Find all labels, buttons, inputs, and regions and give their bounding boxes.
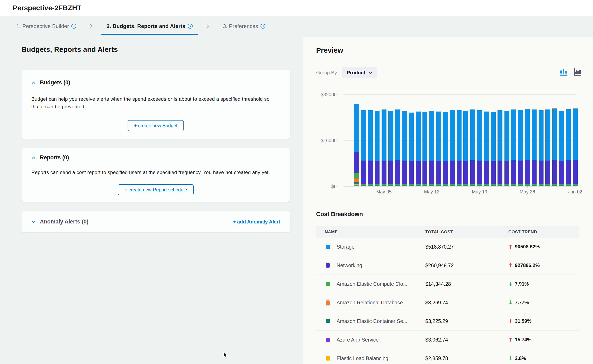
bar-chart-icon[interactable]: [559, 68, 568, 76]
table-row[interactable]: Amazon Relational Database...$3,269.74↓7…: [316, 293, 579, 312]
x-axis-label: Jun 02: [568, 189, 582, 195]
collapse-chevron-up-icon[interactable]: [31, 80, 36, 85]
stacked-bar[interactable]: [368, 94, 373, 186]
budgets-reports-alerts-panel: Budgets, Reports and Alerts Budgets (0) …: [21, 36, 290, 233]
stacked-bar[interactable]: [436, 94, 441, 186]
stacked-bar[interactable]: [429, 94, 434, 186]
series-color-swatch: [325, 281, 331, 287]
chevron-down-icon: [368, 71, 373, 74]
budgets-card: Budgets (0) Budget can help you receive …: [21, 70, 290, 139]
stacked-bar[interactable]: [463, 94, 468, 186]
group-by-dropdown[interactable]: Product: [342, 67, 377, 78]
row-cost-trend: ↑15.74%: [508, 337, 579, 343]
stacked-bar[interactable]: [484, 94, 489, 186]
stacked-bar[interactable]: [450, 94, 455, 186]
preview-heading: Preview: [316, 46, 343, 54]
table-row[interactable]: Networking$260,949.72↑927886.2%: [316, 256, 579, 275]
stacked-bar[interactable]: [457, 94, 461, 186]
trend-down-arrow-icon: ↓: [508, 299, 513, 306]
stacked-bar[interactable]: [422, 94, 427, 186]
x-axis-label: May 26: [520, 189, 535, 195]
stacked-bar[interactable]: [552, 94, 557, 186]
table-row[interactable]: Elastic Load Balancing$2,359.78↓2.8%: [316, 349, 579, 364]
x-axis-line: [344, 186, 577, 187]
series-color-swatch: [325, 355, 331, 361]
area-chart-icon[interactable]: [573, 68, 582, 76]
stacked-bar[interactable]: [559, 94, 564, 186]
stacked-bar[interactable]: [505, 94, 509, 186]
stacked-bar[interactable]: [382, 94, 386, 186]
x-axis-tick: [432, 186, 432, 188]
stacked-bar[interactable]: [354, 94, 359, 186]
tab-label: 2. Budgets, Reports and Alerts: [107, 23, 185, 29]
info-icon[interactable]: [71, 24, 76, 29]
row-total-cost: $14,344.28: [425, 281, 508, 287]
row-cost-trend: ↑31.59%: [508, 318, 579, 324]
group-by-value: Product: [346, 70, 365, 76]
reports-title: Reports (0): [40, 154, 69, 161]
stacked-bar[interactable]: [518, 94, 523, 186]
preview-panel: Preview Group By Product $32000 $16000 $…: [303, 37, 593, 364]
stacked-bar[interactable]: [511, 94, 516, 186]
tab-perspective-builder[interactable]: 1. Perspective Builder: [11, 16, 82, 36]
create-report-schedule-button[interactable]: + create new Report schedule: [118, 184, 193, 195]
row-name: Storage: [337, 244, 355, 250]
group-by-label: Group By: [316, 70, 337, 76]
stacked-bar[interactable]: [443, 94, 448, 186]
table-row[interactable]: Amazon Elastic Compute Clo...$14,344.28↓…: [316, 275, 579, 293]
col-name: NAME: [325, 229, 425, 234]
table-row[interactable]: Azure App Service$3,062.74↑15.74%: [316, 331, 579, 349]
stacked-bar[interactable]: [395, 94, 400, 186]
row-total-cost: $260,949.72: [425, 262, 508, 268]
anomaly-alerts-card: Anomaly Alerts (0) + add Anomaly Alert: [21, 211, 290, 233]
tab-budgets-reports-alerts[interactable]: 2. Budgets, Reports and Alerts: [101, 16, 198, 36]
x-axis-tick: [480, 186, 480, 188]
stacked-bar[interactable]: [573, 94, 578, 186]
reports-card: Reports (0) Reports can send a cost repo…: [21, 148, 290, 202]
row-name: Amazon Elastic Compute Clo...: [337, 281, 407, 287]
row-total-cost: $3,062.74: [425, 337, 508, 343]
stacked-bar[interactable]: [477, 94, 482, 186]
y-axis-label: $16000: [310, 138, 337, 143]
stacked-bar[interactable]: [416, 94, 421, 186]
info-icon[interactable]: [260, 24, 266, 29]
stacked-bar[interactable]: [470, 94, 475, 186]
stacked-bar[interactable]: [539, 94, 544, 186]
tab-preferences[interactable]: 3. Preferences: [218, 16, 271, 36]
stacked-bar[interactable]: [388, 94, 393, 186]
row-cost-trend: ↑927886.2%: [508, 262, 579, 268]
row-cost-trend: ↓2.8%: [508, 355, 579, 361]
stacked-bar[interactable]: [402, 94, 407, 186]
y-axis-label: $32000: [310, 92, 337, 98]
table-row[interactable]: Storage$518,870.27↑90508.62%: [316, 238, 579, 256]
x-axis-label: May 12: [424, 189, 440, 195]
stacked-bar[interactable]: [409, 94, 414, 186]
create-budget-button[interactable]: + create new Budget: [128, 120, 184, 131]
stacked-bar[interactable]: [375, 94, 380, 186]
series-color-swatch: [325, 318, 331, 324]
stacked-bar[interactable]: [361, 94, 366, 186]
series-color-swatch: [325, 337, 331, 343]
table-row[interactable]: Amazon Elastic Container Se...$3,225.29↑…: [316, 312, 579, 331]
section-heading: Budgets, Reports and Alerts: [21, 36, 290, 53]
mouse-cursor: [223, 352, 229, 359]
col-total-cost: TOTAL COST: [425, 229, 508, 234]
series-color-swatch: [325, 244, 331, 250]
stacked-bar[interactable]: [532, 94, 537, 186]
stacked-bar[interactable]: [566, 94, 571, 186]
row-name: Elastic Load Balancing: [337, 355, 388, 361]
collapse-chevron-down-icon[interactable]: [31, 220, 36, 224]
stacked-bar[interactable]: [491, 94, 496, 186]
trend-up-arrow-icon: ↑: [508, 244, 513, 250]
window-header: Perspective-2FBZHT: [0, 0, 593, 16]
stacked-bar[interactable]: [498, 94, 502, 186]
info-icon[interactable]: [188, 24, 193, 29]
trend-up-arrow-icon: ↑: [508, 262, 513, 268]
page-title: Perspective-2FBZHT: [13, 4, 81, 12]
x-axis-tick: [384, 186, 384, 188]
add-anomaly-alert-link[interactable]: + add Anomaly Alert: [233, 219, 280, 225]
collapse-chevron-up-icon[interactable]: [31, 156, 36, 160]
row-name: Networking: [337, 262, 362, 268]
stacked-bar[interactable]: [525, 94, 530, 186]
stacked-bar[interactable]: [545, 94, 550, 186]
